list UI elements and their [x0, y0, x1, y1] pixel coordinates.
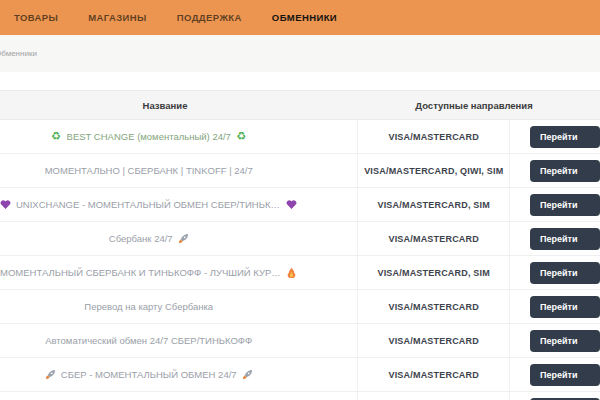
exchanger-name-cell: Перевод на карту Сбербанка	[0, 301, 357, 312]
directions-label: VISA/MASTERCARD	[388, 336, 479, 346]
table-header-row: Название Доступные направления	[0, 90, 600, 120]
action-cell: Перейти	[509, 290, 600, 323]
exchanger-name: UNIXCHANGE - МОМЕНТАЛЬНЫЙ ОБМЕН СБЕР/ТИН…	[16, 199, 281, 210]
exchanger-name-cell: СБЕР - МОМЕНТАЛЬНЫЙ ОБМЕН 24/7	[0, 369, 357, 380]
top-nav: ТоварыМагазиныПоддержкаОбменники	[0, 0, 600, 35]
go-button[interactable]: Перейти	[530, 364, 600, 386]
go-button[interactable]: Перейти	[530, 262, 600, 284]
table-row: ♻ BEST CHANGE (моментальный) 24/7 ♻ VISA…	[0, 120, 600, 154]
nav-item-4[interactable]: Обменники	[272, 12, 337, 23]
go-button[interactable]: Перейти	[530, 330, 600, 352]
exchanger-name: Сбербанк 24/7	[109, 233, 173, 244]
go-button[interactable]: Перейти	[530, 194, 600, 216]
table-row: Автоматический обмен 24/7 СБЕР/ТИНЬКОФФ …	[0, 324, 600, 358]
go-button[interactable]: Перейти	[530, 296, 600, 318]
nav-item-3[interactable]: Поддержка	[177, 12, 242, 23]
directions-label: VISA/MASTERCARD, SIM	[377, 268, 490, 278]
go-button[interactable]: Перейти	[530, 160, 600, 182]
rocket-icon	[45, 369, 56, 380]
action-cell: Перейти	[509, 392, 600, 400]
table-row: VISA/MASTERCARD Перейти	[0, 392, 600, 400]
directions-cell: VISA/MASTERCARD	[357, 290, 509, 323]
table-row: Перевод на карту Сбербанка VISA/MASTERCA…	[0, 290, 600, 324]
exchanger-name-cell: ♻ BEST CHANGE (моментальный) 24/7 ♻	[0, 131, 357, 142]
exchanger-name: МОМЕНТАЛЬНО | СБЕРБАНК | TINKOFF | 24/7	[45, 165, 253, 176]
exchanger-name-cell: UNIXCHANGE - МОМЕНТАЛЬНЫЙ ОБМЕН СБЕР/ТИН…	[0, 199, 357, 210]
table-body: ♻ BEST CHANGE (моментальный) 24/7 ♻ VISA…	[0, 120, 600, 400]
breadcrumb[interactable]: Обменники	[0, 49, 37, 58]
exchanger-name: Перевод на карту Сбербанка	[84, 301, 213, 312]
go-button[interactable]: Перейти	[530, 228, 600, 250]
exchanger-name: BEST CHANGE (моментальный) 24/7	[67, 131, 231, 142]
directions-label: VISA/MASTERCARD, QIWI, SIM	[364, 166, 503, 176]
exchanger-name-cell: МОМЕНТАЛЬНЫЙ СБЕРБАНК И ТИНЬКОФФ - ЛУЧШИ…	[0, 267, 357, 278]
rocket-icon	[242, 369, 253, 380]
exchanger-name-cell: Сбербанк 24/7	[0, 233, 357, 244]
nav-item-1[interactable]: Товары	[14, 12, 58, 23]
directions-cell: VISA/MASTERCARD	[357, 324, 509, 357]
directions-label: VISA/MASTERCARD	[388, 370, 479, 380]
action-cell: Перейти	[509, 222, 600, 255]
column-header-directions: Доступные направления	[390, 100, 558, 111]
fire-icon	[286, 267, 297, 278]
recycle-icon: ♻	[236, 131, 247, 142]
directions-cell: VISA/MASTERCARD, SIM	[357, 188, 509, 221]
exchanger-name-cell: Автоматический обмен 24/7 СБЕР/ТИНЬКОФФ	[0, 335, 357, 346]
table-row: СБЕР - МОМЕНТАЛЬНЫЙ ОБМЕН 24/7 VISA/MAST…	[0, 358, 600, 392]
action-cell: Перейти	[509, 256, 600, 289]
exchanger-name: Автоматический обмен 24/7 СБЕР/ТИНЬКОФФ	[45, 335, 252, 346]
purple-heart-icon	[0, 199, 11, 210]
exchanger-name: СБЕР - МОМЕНТАЛЬНЫЙ ОБМЕН 24/7	[61, 369, 237, 380]
action-cell: Перейти	[509, 120, 600, 153]
nav-item-2[interactable]: Магазины	[88, 12, 147, 23]
table-row: МОМЕНТАЛЬНЫЙ СБЕРБАНК И ТИНЬКОФФ - ЛУЧШИ…	[0, 256, 600, 290]
directions-label: VISA/MASTERCARD	[388, 302, 479, 312]
directions-cell: VISA/MASTERCARD	[357, 392, 509, 400]
rocket-icon	[178, 233, 189, 244]
table-row: UNIXCHANGE - МОМЕНТАЛЬНЫЙ ОБМЕН СБЕР/ТИН…	[0, 188, 600, 222]
purple-heart-icon	[286, 199, 297, 210]
exchanger-name: МОМЕНТАЛЬНЫЙ СБЕРБАНК И ТИНЬКОФФ - ЛУЧШИ…	[0, 267, 281, 278]
action-cell: Перейти	[509, 188, 600, 221]
go-button[interactable]: Перейти	[530, 126, 600, 148]
directions-cell: VISA/MASTERCARD, QIWI, SIM	[357, 154, 509, 187]
recycle-icon: ♻	[51, 131, 62, 142]
action-cell: Перейти	[509, 154, 600, 187]
column-header-name: Название	[0, 100, 390, 111]
directions-cell: VISA/MASTERCARD	[357, 222, 509, 255]
breadcrumb-bar: Обменники	[0, 35, 600, 72]
directions-label: VISA/MASTERCARD	[388, 132, 479, 142]
action-cell: Перейти	[509, 358, 600, 391]
directions-cell: VISA/MASTERCARD, SIM	[357, 256, 509, 289]
directions-cell: VISA/MASTERCARD	[357, 358, 509, 391]
exchanger-name-cell: МОМЕНТАЛЬНО | СБЕРБАНК | TINKOFF | 24/7	[0, 165, 357, 176]
table-row: Сбербанк 24/7 VISA/MASTERCARD Перейти	[0, 222, 600, 256]
table-row: МОМЕНТАЛЬНО | СБЕРБАНК | TINKOFF | 24/7 …	[0, 154, 600, 188]
directions-cell: VISA/MASTERCARD	[357, 120, 509, 153]
directions-label: VISA/MASTERCARD, SIM	[377, 200, 490, 210]
directions-label: VISA/MASTERCARD	[388, 234, 479, 244]
exchangers-table: Название Доступные направления ♻ BEST CH…	[0, 90, 600, 400]
action-cell: Перейти	[509, 324, 600, 357]
